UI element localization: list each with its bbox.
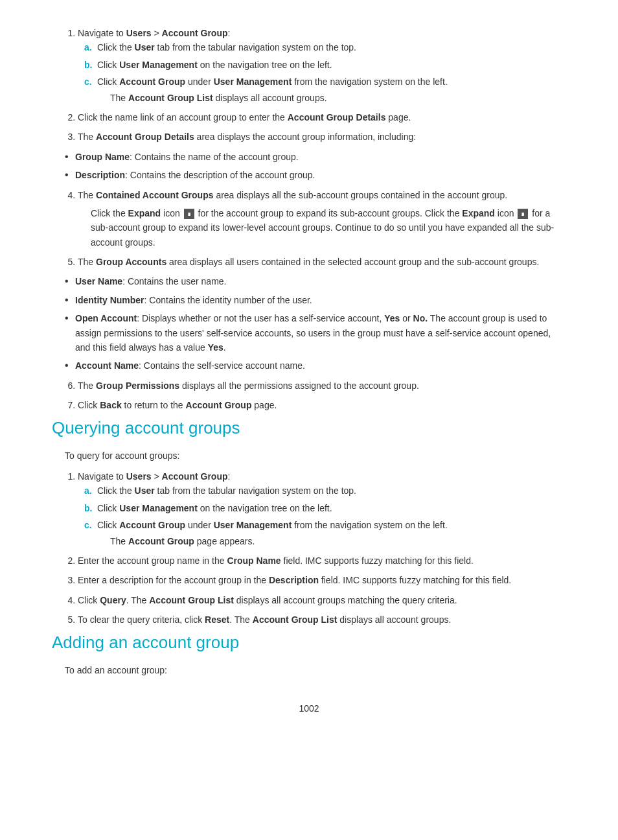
querying-sub-a: Click the User tab from the tabular navi… — [84, 484, 566, 498]
account-group-bold-q: Account Group — [162, 471, 228, 482]
expand-icon-1: ∎ — [184, 209, 194, 219]
querying-intro: To query for account groups: — [65, 449, 566, 463]
bullets-group-details: Group Name: Contains the name of the acc… — [65, 150, 566, 183]
querying-step-3: Enter a description for the account grou… — [78, 573, 566, 587]
querying-step-1: Navigate to Users > Account Group: Click… — [78, 469, 566, 548]
querying-step-2: Enter the account group name in the Crou… — [78, 554, 566, 568]
viewing-steps-final: The Group Permissions displays all the p… — [65, 379, 566, 413]
bullet-group-name: Group Name: Contains the name of the acc… — [65, 150, 566, 164]
querying-sub-b: Click User Management on the navigation … — [84, 501, 566, 515]
step-7: Click Back to return to the Account Grou… — [78, 398, 566, 412]
querying-sub-c: Click Account Group under User Managemen… — [84, 518, 566, 548]
sub-step-b: Click User Management on the navigation … — [84, 58, 566, 72]
sub-step-a: Click the User tab from the tabular navi… — [84, 40, 566, 54]
adding-intro: To add an account group: — [65, 663, 566, 677]
sub-step-c: Click Account Group under User Managemen… — [84, 75, 566, 105]
adding-heading: Adding an account group — [52, 633, 566, 653]
querying-sub-note-c: The Account Group page appears. — [110, 534, 566, 548]
sub-note-c: The Account Group List displays all acco… — [110, 91, 566, 105]
querying-sub-steps-1: Click the User tab from the tabular navi… — [84, 484, 566, 548]
viewing-steps-continued: The Contained Account Groups area displa… — [65, 188, 566, 270]
bullet-account-name: Account Name: Contains the self-service … — [65, 358, 566, 373]
account-group-bold: Account Group — [162, 28, 228, 38]
bullet-description: Description: Contains the description of… — [65, 168, 566, 182]
step-5: The Group Accounts area displays all use… — [78, 255, 566, 269]
querying-step-4: Click Query. The Account Group List disp… — [78, 593, 566, 607]
querying-step-5: To clear the query criteria, click Reset… — [78, 612, 566, 627]
querying-heading: Querying account groups — [52, 418, 566, 438]
step-6: The Group Permissions displays all the p… — [78, 379, 566, 393]
bullet-user-name: User Name: Contains the user name. — [65, 274, 566, 288]
bullets-group-accounts: User Name: Contains the user name. Ident… — [65, 274, 566, 373]
sub-steps-1: Click the User tab from the tabular navi… — [84, 40, 566, 105]
step-2: Click the name link of an account group … — [78, 110, 566, 124]
expand-icon-2: ∎ — [518, 209, 528, 219]
step-1: Navigate to Users > Account Group: Click… — [78, 26, 566, 105]
querying-steps: Navigate to Users > Account Group: Click… — [65, 469, 566, 627]
expand-note: Click the Expand icon ∎ for the account … — [91, 206, 566, 250]
bullet-open-account: Open Account: Displays whether or not th… — [65, 311, 566, 355]
users-bold: Users — [126, 28, 152, 38]
viewing-steps: Navigate to Users > Account Group: Click… — [65, 26, 566, 145]
page-container: Navigate to Users > Account Group: Click… — [0, 0, 618, 840]
step-4: The Contained Account Groups area displa… — [78, 188, 566, 250]
page-number: 1002 — [52, 703, 566, 714]
bullet-identity-number: Identity Number: Contains the identity n… — [65, 293, 566, 307]
step-3: The Account Group Details area displays … — [78, 130, 566, 144]
users-bold-q: Users — [126, 471, 152, 482]
